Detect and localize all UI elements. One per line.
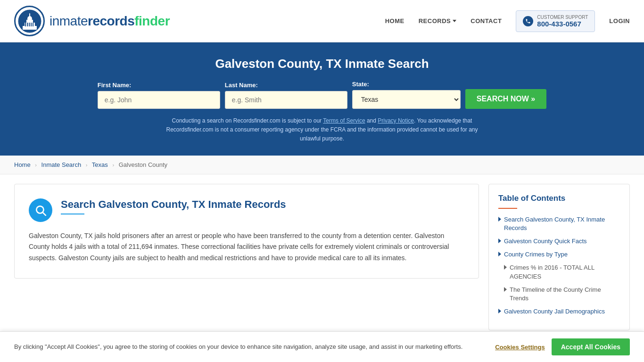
- main-content: Search Galveston County, TX Inmate Recor…: [0, 174, 644, 340]
- toc-link-1[interactable]: Search Galveston County, TX Inmate Recor…: [504, 215, 620, 232]
- support-label: CUSTOMER SUPPORT: [537, 15, 588, 20]
- state-select[interactable]: Texas: [352, 90, 461, 109]
- cookie-banner: By clicking "Accept All Cookies", you ag…: [0, 331, 644, 340]
- svg-rect-7: [25, 23, 26, 26]
- toc-item: The Timeline of the County Crime Trends: [498, 286, 620, 303]
- breadcrumb-county: Galveston County: [119, 161, 167, 168]
- toc-link-3[interactable]: County Crimes by Type: [504, 250, 568, 259]
- article: Search Galveston County, TX Inmate Recor…: [14, 184, 479, 279]
- nav-area: HOME RECORDS CONTACT CUSTOMER SUPPORT 80…: [385, 10, 630, 32]
- breadcrumb-sep-3: ›: [112, 162, 114, 168]
- breadcrumb: Home › Inmate Search › Texas › Galveston…: [0, 156, 644, 174]
- logo-area: inmaterecordsfinder: [14, 6, 170, 36]
- chevron-right-icon: [504, 287, 507, 292]
- first-name-label: First Name:: [98, 82, 132, 89]
- nav-home[interactable]: HOME: [385, 17, 405, 25]
- support-phone: 800-433-0567: [537, 20, 588, 28]
- chevron-down-icon: [453, 20, 456, 22]
- toc-item: Search Galveston County, TX Inmate Recor…: [498, 215, 620, 232]
- last-name-group: Last Name:: [225, 82, 347, 109]
- table-of-contents: Table of Contents Search Galveston Count…: [488, 184, 630, 331]
- first-name-group: First Name:: [98, 82, 220, 109]
- toc-item: Crimes % in 2016 - TOTAL ALL AGENCIES: [498, 263, 620, 280]
- login-button[interactable]: LOGIN: [609, 17, 630, 25]
- nav-contact[interactable]: CONTACT: [471, 17, 502, 25]
- last-name-input[interactable]: [225, 91, 347, 109]
- breadcrumb-sep-2: ›: [86, 162, 88, 168]
- article-header: Search Galveston County, TX Inmate Recor…: [29, 198, 464, 222]
- sidebar: Table of Contents Search Galveston Count…: [488, 184, 630, 331]
- toc-heading: Table of Contents: [498, 194, 620, 203]
- header: inmaterecordsfinder HOME RECORDS CONTACT…: [0, 0, 644, 42]
- cookie-actions: Cookies Settings Accept All Cookies: [495, 338, 630, 340]
- accept-all-cookies-button[interactable]: Accept All Cookies: [552, 338, 630, 340]
- svg-rect-9: [29, 23, 30, 26]
- customer-support: CUSTOMER SUPPORT 800-433-0567: [516, 10, 595, 32]
- article-heading: Search Galveston County, TX Inmate Recor…: [61, 198, 286, 211]
- toc-item: County Crimes by Type: [498, 250, 620, 259]
- toc-link-4[interactable]: Crimes % in 2016 - TOTAL ALL AGENCIES: [510, 263, 620, 280]
- toc-link-5[interactable]: The Timeline of the County Crime Trends: [510, 286, 620, 303]
- hero-disclaimer: Conducting a search on Recordsfinder.com…: [157, 116, 487, 144]
- svg-rect-8: [27, 23, 28, 26]
- toc-underline: [498, 208, 517, 209]
- first-name-input[interactable]: [98, 91, 220, 109]
- breadcrumb-state[interactable]: Texas: [92, 161, 108, 168]
- hero-section: Galveston County, TX Inmate Search First…: [0, 42, 644, 156]
- last-name-label: Last Name:: [225, 82, 258, 89]
- chevron-right-icon: [498, 252, 501, 256]
- state-group: State: Texas: [352, 81, 461, 109]
- toc-item: Galveston County Jail Demographics: [498, 307, 620, 316]
- search-form: First Name: Last Name: State: Texas SEAR…: [9, 81, 635, 109]
- page-title: Galveston County, TX Inmate Search: [9, 57, 635, 71]
- svg-line-13: [43, 212, 46, 215]
- article-title-area: Search Galveston County, TX Inmate Recor…: [61, 198, 286, 214]
- article-body: Galveston County, TX jails hold prisoner…: [29, 230, 464, 264]
- state-label: State:: [352, 81, 369, 88]
- svg-rect-5: [29, 14, 30, 18]
- phone-icon: [523, 16, 533, 26]
- svg-rect-1: [23, 26, 37, 30]
- svg-rect-10: [31, 23, 32, 26]
- logo-text[interactable]: inmaterecordsfinder: [50, 14, 170, 29]
- chevron-right-icon: [504, 265, 507, 270]
- terms-link[interactable]: Terms of Service: [323, 117, 365, 124]
- chevron-right-icon: [498, 309, 501, 313]
- breadcrumb-sep-1: ›: [35, 162, 37, 168]
- article-underline: [61, 214, 84, 214]
- support-info: CUSTOMER SUPPORT 800-433-0567: [537, 15, 588, 28]
- chevron-right-icon: [498, 239, 501, 243]
- toc-link-2[interactable]: Galveston County Quick Facts: [504, 237, 587, 246]
- breadcrumb-inmate-search[interactable]: Inmate Search: [41, 161, 82, 168]
- logo-icon: [14, 6, 45, 36]
- privacy-link[interactable]: Privacy Notice: [378, 117, 414, 124]
- search-button[interactable]: SEARCH NOW »: [465, 89, 546, 109]
- nav-records-label: RECORDS: [419, 17, 451, 25]
- toc-item: Galveston County Quick Facts: [498, 237, 620, 246]
- toc-link-6[interactable]: Galveston County Jail Demographics: [504, 307, 605, 316]
- svg-rect-11: [33, 23, 33, 26]
- search-icon-circle: [29, 198, 52, 222]
- nav-records[interactable]: RECORDS: [419, 17, 457, 25]
- chevron-right-icon: [498, 217, 501, 222]
- breadcrumb-home[interactable]: Home: [14, 161, 31, 168]
